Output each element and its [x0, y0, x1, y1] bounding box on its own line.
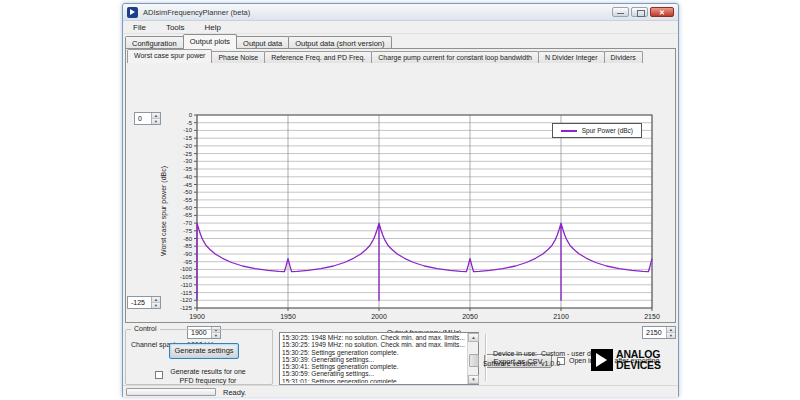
svg-text:-90: -90: [183, 251, 192, 257]
svg-text:-30: -30: [183, 158, 192, 164]
tab-worst-case-spur[interactable]: Worst case spur power: [127, 49, 212, 63]
svg-text:2100: 2100: [553, 313, 569, 320]
brand-line1: ANALOG: [616, 349, 661, 360]
tab-phase-noise[interactable]: Phase Noise: [211, 51, 265, 63]
spin-down-icon[interactable]: ▾: [152, 119, 160, 124]
svg-text:-85: -85: [183, 243, 192, 249]
svg-text:-60: -60: [183, 205, 192, 211]
spur-power-chart: 0-5-10-15-20-25-30-35-40-45-50-55-60-65-…: [197, 115, 652, 308]
log-scrollbar[interactable]: ▲ ▼: [467, 333, 478, 384]
svg-text:-110: -110: [180, 282, 192, 288]
pfd-comparison-checkbox[interactable]: [155, 371, 163, 379]
svg-text:-50: -50: [183, 189, 192, 195]
svg-text:-5: -5: [187, 120, 193, 126]
log-line: 15:30:39: Generating settings...: [282, 356, 466, 363]
close-button[interactable]: [650, 7, 674, 17]
minimize-button[interactable]: [612, 7, 629, 17]
svg-text:-55: -55: [183, 197, 192, 203]
spin-down-icon[interactable]: ▾: [152, 303, 160, 308]
y-min-spin-buttons[interactable]: ▴▾: [151, 297, 160, 308]
app-icon: [127, 7, 138, 18]
log-line: 15:30:25: Settings generation complete.: [282, 349, 466, 356]
menu-tools[interactable]: Tools: [162, 22, 193, 33]
analog-devices-logo-icon: [591, 349, 613, 371]
legend-label: Spur Power (dBc): [582, 127, 633, 134]
scroll-up-icon[interactable]: ▲: [468, 333, 479, 342]
y-axis-title: Worst case spur power (dBc): [160, 111, 170, 311]
svg-text:1950: 1950: [280, 313, 296, 320]
tab-output-plots[interactable]: Output plots: [183, 34, 237, 49]
y-max-spinner[interactable]: 0 ▴▾: [134, 112, 161, 125]
app-window: ADIsimFrequencyPlanner (beta) File Tools…: [122, 3, 679, 397]
svg-text:-65: -65: [183, 212, 192, 218]
svg-text:2050: 2050: [462, 313, 478, 320]
log-lines: 15:30:25: 1948 MHz: no solution. Check m…: [282, 334, 466, 383]
svg-text:-100: -100: [180, 266, 193, 272]
message-log[interactable]: 15:30:25: 1948 MHz: no solution. Check m…: [279, 332, 479, 385]
x-max-spin-buttons[interactable]: ▴▾: [666, 327, 675, 338]
title-bar: ADIsimFrequencyPlanner (beta): [123, 4, 678, 21]
progress-bar: [126, 388, 216, 396]
y-max-spin-buttons[interactable]: ▴▾: [151, 113, 160, 124]
generate-settings-button[interactable]: Generate settings: [169, 343, 239, 359]
tab-dividers[interactable]: Dividers: [604, 51, 643, 63]
svg-text:-35: -35: [183, 166, 192, 172]
version-label: Software version:: [475, 360, 537, 367]
svg-text:-10: -10: [183, 127, 192, 133]
y-max-value[interactable]: 0: [135, 113, 151, 124]
svg-text:2150: 2150: [644, 313, 660, 320]
scroll-down-icon[interactable]: ▼: [468, 375, 479, 384]
analog-devices-logo-text: ANALOG DEVICES: [616, 349, 661, 370]
svg-text:-95: -95: [183, 259, 192, 265]
log-line: 15:30:59: Generating settings...: [282, 370, 466, 377]
software-version-row: Software version: v1.0.0: [475, 360, 610, 367]
menu-help[interactable]: Help: [201, 22, 229, 33]
svg-text:-45: -45: [183, 182, 192, 188]
menu-file[interactable]: File: [129, 22, 154, 33]
chart-canvas: 0-5-10-15-20-25-30-35-40-45-50-55-60-65-…: [197, 115, 652, 308]
device-label: Device in use:: [475, 350, 537, 357]
svg-text:-115: -115: [180, 290, 192, 296]
device-in-use-row: Device in use: Custom - user defined: [475, 350, 610, 357]
svg-text:-120: -120: [180, 297, 193, 303]
maximize-button[interactable]: [631, 7, 648, 17]
brand-line2: DEVICES: [616, 360, 661, 371]
tab-reference-pd-freq[interactable]: Reference Freq. and PD Freq.: [264, 51, 372, 63]
svg-text:0: 0: [189, 112, 193, 118]
desktop: ADIsimFrequencyPlanner (beta) File Tools…: [0, 0, 800, 400]
output-plots-page: Worst case spur power Phase Noise Refere…: [125, 48, 676, 323]
svg-text:2000: 2000: [371, 313, 387, 320]
spin-down-icon[interactable]: ▾: [667, 333, 675, 338]
svg-text:-75: -75: [183, 228, 192, 234]
x-max-spinner[interactable]: 2150 ▴▾: [642, 326, 676, 339]
menu-bar: File Tools Help: [123, 21, 678, 34]
x-max-value[interactable]: 2150: [643, 327, 666, 338]
status-bar: Ready.: [123, 385, 678, 397]
svg-text:-105: -105: [180, 274, 193, 280]
svg-text:-70: -70: [183, 220, 192, 226]
main-tab-strip: Configuration Output plots Output data O…: [125, 34, 391, 49]
svg-text:-80: -80: [183, 236, 192, 242]
plot-tab-strip: Worst case spur power Phase Noise Refere…: [127, 49, 642, 63]
divider: [485, 334, 486, 381]
tab-charge-pump-current[interactable]: Charge pump current for constant loop ba…: [371, 51, 539, 63]
version-value: v1.0.0: [541, 360, 560, 367]
y-min-value[interactable]: -125: [128, 297, 151, 308]
control-group-label: Control: [131, 325, 160, 332]
chart-legend: Spur Power (dBc): [552, 123, 642, 138]
svg-text:-15: -15: [183, 135, 192, 141]
tab-n-divider-integer[interactable]: N Divider Integer: [538, 51, 605, 63]
status-text: Ready.: [223, 388, 246, 397]
svg-text:-25: -25: [183, 151, 192, 157]
y-min-spinner[interactable]: -125 ▴▾: [127, 296, 161, 309]
log-line: 15:31:01: Settings generation complete.: [282, 378, 466, 383]
log-line: 15:30:25: 1949 MHz: no solution. Check m…: [282, 341, 466, 348]
svg-text:-20: -20: [183, 143, 192, 149]
log-line: 15:30:41: Settings generation complete.: [282, 363, 466, 370]
legend-line-swatch: [561, 130, 577, 132]
svg-text:-40: -40: [183, 174, 192, 180]
window-title: ADIsimFrequencyPlanner (beta): [143, 8, 612, 17]
svg-text:-125: -125: [180, 305, 193, 311]
log-line: 15:30:25: 1948 MHz: no solution. Check m…: [282, 334, 466, 341]
svg-text:1900: 1900: [189, 313, 205, 320]
